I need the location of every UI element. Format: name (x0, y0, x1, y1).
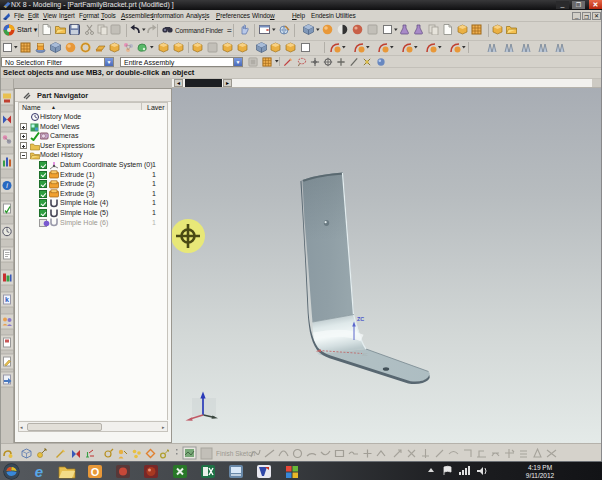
svg-text:e: e (35, 463, 43, 480)
svg-text:k: k (5, 296, 9, 303)
svg-text:ZC: ZC (357, 316, 364, 322)
svg-text:O: O (91, 466, 100, 478)
svg-text:XC: XC (362, 352, 368, 357)
